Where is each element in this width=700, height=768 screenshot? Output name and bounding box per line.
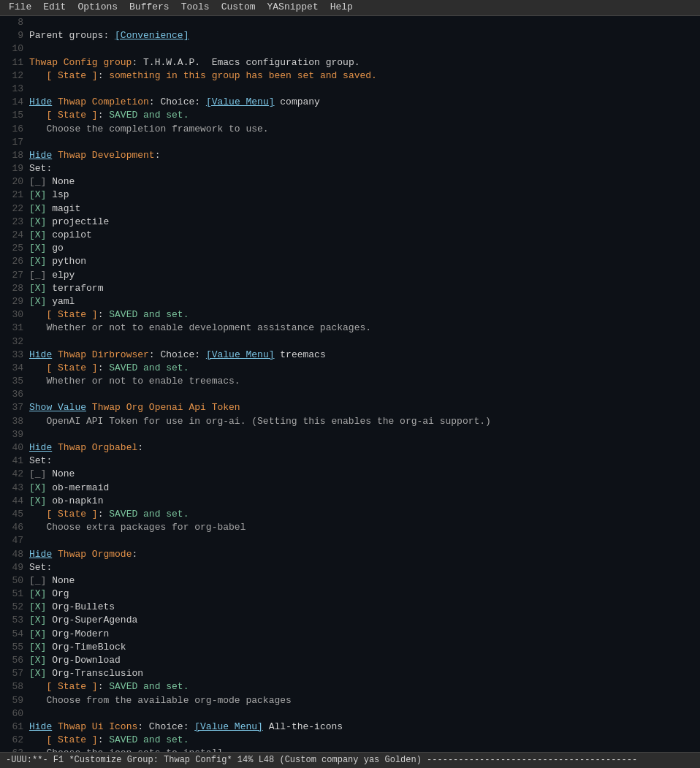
line-content: [X] Org-Bullets	[29, 601, 697, 614]
line-content: Whether or not to enable development ass…	[29, 322, 697, 335]
line-46: 46 Choose extra packages for org-babel	[0, 521, 700, 534]
line-10: 10	[0, 42, 700, 56]
line-8: 8	[0, 16, 700, 29]
line-29: 29[X] yaml	[0, 295, 700, 308]
line-content: Choose the completion framework to use.	[29, 123, 697, 136]
line-content: [_] elpy	[29, 269, 697, 282]
line-number: 61	[3, 721, 23, 734]
line-49: 49Set:	[0, 561, 700, 574]
menu-item-custom[interactable]: Custom	[216, 0, 262, 15]
line-content: Hide Thwap Completion: Choice: [Value Me…	[29, 96, 697, 109]
line-number: 59	[3, 694, 23, 707]
line-content: [X] python	[29, 255, 697, 268]
line-number: 43	[3, 482, 23, 495]
line-number: 32	[3, 335, 23, 349]
line-content: [ State ]: SAVED and set.	[29, 308, 697, 322]
menu-item-help[interactable]: Help	[324, 0, 359, 15]
line-number: 20	[3, 175, 23, 189]
line-number: 56	[3, 654, 23, 667]
line-32: 32	[0, 335, 700, 349]
line-content: Parent groups: [Convenience]	[29, 29, 697, 42]
line-number: 49	[3, 561, 23, 574]
line-30: 30 [ State ]: SAVED and set.	[0, 308, 700, 322]
line-number: 26	[3, 255, 23, 268]
line-12: 12 [ State ]: something in this group ha…	[0, 69, 700, 83]
line-51: 51[X] Org	[0, 588, 700, 601]
line-number: 50	[3, 574, 23, 588]
line-number: 58	[3, 680, 23, 693]
line-number: 41	[3, 455, 23, 468]
line-37: 37Show Value Thwap Org Openai Api Token	[0, 401, 700, 414]
line-content: Hide Thwap Orgbabel:	[29, 441, 697, 455]
line-55: 55[X] Org-TimeBlock	[0, 641, 700, 654]
line-content: Choose extra packages for org-babel	[29, 521, 697, 534]
line-21: 21[X] lsp	[0, 189, 700, 202]
line-44: 44[X] ob-napkin	[0, 495, 700, 508]
line-content: [X] go	[29, 242, 697, 255]
line-59: 59 Choose from the available org-mode pa…	[0, 694, 700, 707]
line-number: 25	[3, 242, 23, 255]
line-number: 22	[3, 202, 23, 216]
line-number: 31	[3, 322, 23, 335]
line-number: 16	[3, 123, 23, 136]
line-28: 28[X] terraform	[0, 282, 700, 295]
line-58: 58 [ State ]: SAVED and set.	[0, 680, 700, 693]
line-20: 20[_] None	[0, 175, 700, 189]
line-24: 24[X] copilot	[0, 229, 700, 242]
line-number: 38	[3, 415, 23, 428]
line-content: Set:	[29, 455, 697, 468]
line-57: 57[X] Org-Transclusion	[0, 667, 700, 680]
line-content: Choose from the available org-mode packa…	[29, 694, 697, 707]
line-50: 50[_] None	[0, 574, 700, 588]
menu-item-buffers[interactable]: Buffers	[123, 0, 175, 15]
line-35: 35 Whether or not to enable treemacs.	[0, 375, 700, 388]
line-53: 53[X] Org-SuperAgenda	[0, 614, 700, 627]
line-number: 51	[3, 588, 23, 601]
line-number: 8	[3, 16, 23, 29]
line-41: 41Set:	[0, 455, 700, 468]
line-number: 53	[3, 614, 23, 627]
line-number: 42	[3, 468, 23, 481]
status-text: -UUU:**- F1 *Customize Group: Thwap Conf…	[6, 754, 637, 767]
line-number: 36	[3, 388, 23, 401]
line-42: 42[_] None	[0, 468, 700, 481]
line-content: [X] Org-Download	[29, 654, 697, 667]
line-number: 10	[3, 42, 23, 56]
line-number: 28	[3, 282, 23, 295]
line-number: 39	[3, 428, 23, 441]
line-content: Whether or not to enable treemacs.	[29, 375, 697, 388]
menu-item-file[interactable]: File	[3, 0, 37, 15]
line-54: 54[X] Org-Modern	[0, 628, 700, 641]
content-area: 89Parent groups: [Convenience]1011Thwap …	[0, 16, 700, 768]
line-content: Hide Thwap Ui Icons: Choice: [Value Menu…	[29, 721, 697, 734]
line-content: [ State ]: SAVED and set.	[29, 362, 697, 375]
menu-item-edit[interactable]: Edit	[37, 0, 72, 15]
line-content: Hide Thwap Development:	[29, 149, 697, 162]
menu-item-tools[interactable]: Tools	[175, 0, 216, 15]
menu-item-yasnippet[interactable]: YASnippet	[261, 0, 324, 15]
line-content: [X] Org-TimeBlock	[29, 641, 697, 654]
line-number: 54	[3, 628, 23, 641]
line-number: 23	[3, 216, 23, 229]
line-number: 57	[3, 667, 23, 680]
line-content: OpenAI API Token for use in org-ai. (Set…	[29, 415, 697, 428]
menu-item-options[interactable]: Options	[72, 0, 123, 15]
line-content: Set:	[29, 561, 697, 574]
line-number: 15	[3, 109, 23, 122]
line-56: 56[X] Org-Download	[0, 654, 700, 667]
line-47: 47	[0, 534, 700, 547]
line-content: [ State ]: SAVED and set.	[29, 680, 697, 693]
line-number: 60	[3, 707, 23, 721]
line-content: [ State ]: SAVED and set.	[29, 734, 697, 747]
line-61: 61Hide Thwap Ui Icons: Choice: [Value Me…	[0, 721, 700, 734]
line-25: 25[X] go	[0, 242, 700, 255]
line-number: 30	[3, 308, 23, 322]
status-bar: -UUU:**- F1 *Customize Group: Thwap Conf…	[0, 752, 700, 768]
line-number: 40	[3, 441, 23, 455]
line-content: [X] yaml	[29, 295, 697, 308]
line-48: 48Hide Thwap Orgmode:	[0, 548, 700, 561]
line-52: 52[X] Org-Bullets	[0, 601, 700, 614]
line-number: 21	[3, 189, 23, 202]
line-16: 16 Choose the completion framework to us…	[0, 123, 700, 136]
line-17: 17	[0, 136, 700, 149]
